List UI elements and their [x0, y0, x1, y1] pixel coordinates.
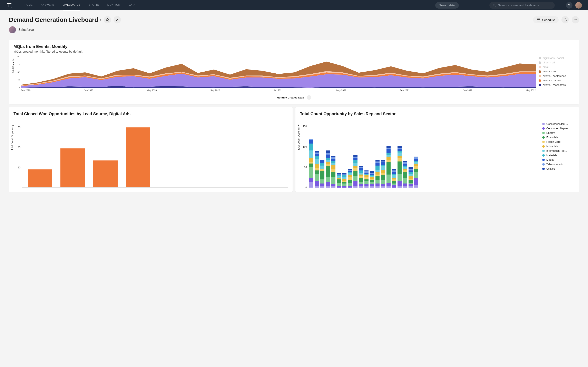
nav-item-home[interactable]: HOME	[25, 0, 33, 11]
bar-segment	[414, 162, 418, 164]
nav-item-data[interactable]: DATA	[129, 0, 135, 11]
card-opportunity-rep-sector: Total Count Opportunity by Sales Rep and…	[295, 107, 579, 192]
search-data-button[interactable]: Search data	[435, 2, 459, 8]
legend-label: Industrials	[546, 145, 558, 148]
legend-item[interactable]: events - conference	[539, 75, 575, 77]
legend-item[interactable]: digital ads - social	[539, 57, 575, 59]
nav-item-liveboards[interactable]: LIVEBOARDS	[63, 0, 81, 11]
title-dropdown-icon[interactable]: ▾	[100, 18, 101, 21]
share-button[interactable]	[562, 16, 569, 24]
legend-item[interactable]: Financials	[542, 136, 575, 139]
legend-item[interactable]: events - aed	[539, 70, 575, 73]
stacked-bar[interactable]	[375, 160, 380, 188]
stacked-bar[interactable]	[398, 146, 402, 188]
bar-segment	[337, 186, 341, 188]
legend-item[interactable]: Consumer Staples	[542, 127, 575, 130]
bar-segment	[354, 186, 357, 188]
global-search-input[interactable]	[498, 4, 552, 7]
legend-swatch	[539, 75, 541, 77]
stacked-bar[interactable]	[408, 167, 413, 188]
stacked-bar[interactable]	[331, 156, 336, 188]
legend-item[interactable]: Media	[542, 158, 575, 161]
favorite-button[interactable]	[104, 16, 111, 24]
bar-segment	[414, 172, 418, 178]
stacked-bar[interactable]	[387, 146, 390, 188]
stacked-bar[interactable]	[309, 139, 313, 188]
legend-swatch	[542, 163, 545, 166]
bar-segment	[320, 184, 324, 186]
bar-segment	[364, 184, 369, 186]
author-avatar[interactable]	[9, 26, 16, 33]
bar-segment	[398, 186, 402, 188]
bar[interactable]	[28, 169, 52, 187]
edit-button[interactable]	[113, 16, 121, 24]
legend-item[interactable]: Telecommunic…	[542, 163, 575, 166]
bar-segment	[375, 170, 380, 172]
stacked-bar[interactable]	[370, 171, 374, 188]
user-avatar[interactable]	[575, 2, 582, 8]
more-button[interactable]	[572, 16, 579, 24]
stacked-bar[interactable]	[342, 173, 346, 188]
schedule-button[interactable]: Schedule	[533, 16, 559, 23]
bar[interactable]	[93, 160, 118, 188]
nav-item-spotiq[interactable]: SPOTIQ	[89, 0, 99, 11]
legend-item[interactable]: Materials	[542, 154, 575, 157]
area-chart[interactable]: Total Count Le 0255075100 Sep 2019Jan 20…	[13, 57, 536, 93]
help-button[interactable]: ?	[566, 2, 572, 8]
legend-item[interactable]: Industrials	[542, 145, 575, 148]
legend-item[interactable]: Health Care	[542, 140, 575, 143]
legend-item[interactable]: events - partner	[539, 79, 575, 82]
bar-segment	[326, 150, 330, 153]
stacked-bar-chart[interactable]	[308, 122, 540, 188]
stacked-bar[interactable]	[354, 155, 357, 188]
stacked-bar[interactable]	[315, 151, 319, 188]
legend-item[interactable]: Information Tec…	[542, 149, 575, 152]
legend-item[interactable]: Energy	[542, 131, 575, 134]
stacked-bar[interactable]	[348, 169, 352, 188]
bar-segment	[375, 176, 380, 180]
bar-segment	[403, 170, 407, 172]
bar[interactable]	[61, 149, 85, 187]
bar-segment	[315, 151, 319, 152]
stacked-bar[interactable]	[403, 161, 407, 188]
legend-item[interactable]: Consumer Discr…	[542, 122, 575, 125]
bar-segment	[354, 155, 357, 157]
app-logo[interactable]	[6, 2, 12, 8]
bar-segment	[387, 162, 390, 175]
bar-chart[interactable]	[22, 122, 288, 188]
bar-segment	[326, 153, 330, 155]
bar-segment	[408, 169, 413, 170]
card-closed-won: Total Closed Won Opportunities by Lead S…	[9, 107, 293, 192]
stacked-bar[interactable]	[320, 160, 324, 188]
legend-item[interactable]: direct mail	[539, 61, 575, 64]
primary-nav: HOMEANSWERSLIVEBOARDSSPOTIQMONITORDATA	[25, 0, 135, 11]
bar-segment	[370, 182, 374, 184]
legend-item[interactable]: events - roadshows	[539, 83, 575, 86]
legend-item[interactable]: Utilities	[542, 167, 575, 170]
pencil-icon	[115, 18, 119, 22]
stacked-bar[interactable]	[337, 173, 341, 188]
sort-button[interactable]: ↑	[307, 95, 311, 100]
x-tick: Jan 2022	[463, 89, 472, 93]
stacked-bar[interactable]	[364, 170, 369, 188]
bar[interactable]	[126, 127, 150, 187]
stacked-bar[interactable]	[414, 157, 418, 188]
bar-segment	[309, 162, 313, 164]
nav-item-monitor[interactable]: MONITOR	[107, 0, 120, 11]
bar-segment	[315, 170, 319, 174]
legend-label: digital ads - social	[543, 57, 564, 59]
legend-swatch	[542, 145, 545, 148]
y-axis: Total Count Opportunity 050100150	[300, 122, 308, 188]
card-title: Total Closed Won Opportunities by Lead S…	[13, 111, 288, 116]
stacked-bar[interactable]	[392, 169, 396, 188]
stacked-bar[interactable]	[359, 166, 363, 188]
bar-segment	[398, 151, 402, 152]
legend-swatch	[539, 84, 541, 86]
card-title: MQLs from Events, Monthly	[13, 44, 575, 49]
stacked-bar[interactable]	[326, 150, 330, 188]
nav-item-answers[interactable]: ANSWERS	[41, 0, 55, 11]
global-search[interactable]	[489, 2, 555, 9]
bar-segment	[375, 180, 380, 184]
stacked-bar[interactable]	[381, 160, 385, 188]
legend-item[interactable]: email	[539, 66, 575, 68]
